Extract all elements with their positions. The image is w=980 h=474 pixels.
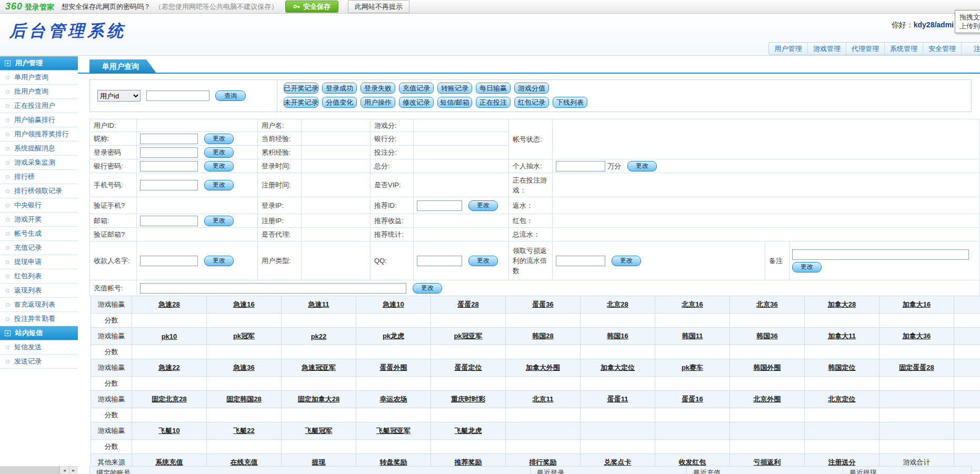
- game-link[interactable]: 飞艇10: [158, 427, 179, 435]
- sidebar-item[interactable]: 返现列表: [0, 284, 78, 298]
- game-link[interactable]: 韩国定位: [828, 364, 856, 371]
- remark-input[interactable]: [792, 249, 969, 260]
- sidebar-item[interactable]: 首充返现列表: [0, 298, 78, 312]
- nav-tab[interactable]: 注销: [961, 43, 980, 55]
- game-link[interactable]: 加拿大定位: [601, 364, 635, 371]
- change-nickname-button[interactable]: 更改: [204, 134, 234, 144]
- game-link[interactable]: 飞艇龙虎: [455, 427, 482, 435]
- game-link[interactable]: 注册送分: [828, 458, 856, 466]
- nickname-input[interactable]: [140, 134, 198, 144]
- filter-button[interactable]: 已开奖记录: [284, 83, 318, 94]
- sidebar-item[interactable]: 用户输赢排行: [0, 113, 78, 127]
- scroll-left-arrow-icon[interactable]: ◄: [59, 467, 69, 474]
- change-bank-password-button[interactable]: 更改: [204, 161, 234, 172]
- filter-button[interactable]: 下线列表: [553, 97, 587, 108]
- game-link[interactable]: 急速冠亚军: [302, 364, 336, 371]
- sidebar-item[interactable]: 排行榜: [0, 170, 78, 184]
- game-link[interactable]: 韩国36: [756, 332, 777, 340]
- game-link[interactable]: 固定蛋蛋28: [899, 364, 934, 371]
- dismiss-site-button[interactable]: 此网站不再提示: [348, 0, 409, 13]
- game-link[interactable]: 系统充值: [156, 458, 183, 466]
- game-link[interactable]: 飞艇冠军: [305, 427, 333, 435]
- change-phone-button[interactable]: 更改: [204, 180, 234, 190]
- game-link[interactable]: pk冠亚军: [454, 332, 482, 340]
- game-link[interactable]: 北京28: [607, 300, 628, 308]
- game-link[interactable]: 排行奖励: [529, 458, 557, 466]
- scrollbar-thumb[interactable]: [0, 467, 59, 474]
- sidebar-section-header[interactable]: +用户管理: [0, 56, 78, 70]
- game-link[interactable]: 飞艇冠亚军: [376, 427, 411, 435]
- change-loss-rebate-button[interactable]: 更改: [612, 256, 641, 266]
- game-link[interactable]: 韩国16: [607, 332, 628, 340]
- game-link[interactable]: 加拿大28: [828, 300, 856, 308]
- game-link[interactable]: 飞艇22: [233, 427, 254, 435]
- game-link[interactable]: 提现: [312, 458, 326, 466]
- sidebar-item[interactable]: 正在投注用户: [0, 99, 78, 113]
- game-link[interactable]: 蛋蛋36: [532, 300, 553, 308]
- game-link[interactable]: 幸运农场: [380, 395, 407, 403]
- nav-tab[interactable]: 游戏管理: [807, 43, 846, 55]
- game-link[interactable]: 固定韩国28: [226, 395, 261, 403]
- sidebar-item[interactable]: 批用户查询: [0, 85, 78, 99]
- qq-input[interactable]: [417, 256, 462, 266]
- game-link[interactable]: 北京外围: [754, 395, 781, 403]
- recharge-account-input[interactable]: [140, 283, 406, 294]
- game-link[interactable]: 转盘奖励: [380, 458, 407, 466]
- filter-button[interactable]: 登录成功: [322, 83, 357, 94]
- game-link[interactable]: 急速10: [383, 300, 404, 308]
- change-remark-button[interactable]: 更改: [792, 262, 822, 273]
- game-link[interactable]: 推荐奖励: [455, 458, 482, 466]
- game-link[interactable]: 固定北京28: [152, 395, 186, 403]
- sidebar-item[interactable]: 短信发送: [0, 340, 78, 355]
- sidebar-item[interactable]: 提现申请: [0, 255, 78, 269]
- filter-button[interactable]: 正在投注: [476, 97, 511, 108]
- query-input[interactable]: [146, 90, 209, 101]
- scroll-right-arrow-icon[interactable]: ►: [69, 467, 78, 474]
- filter-button[interactable]: 用户操作: [361, 97, 395, 108]
- game-link[interactable]: 韩国28: [532, 332, 553, 340]
- referrer-id-input[interactable]: [417, 200, 462, 211]
- game-link[interactable]: 急速36: [233, 364, 254, 371]
- page-tab-single-user-query[interactable]: 单用户查询: [89, 59, 157, 74]
- sidebar-horizontal-scrollbar[interactable]: ◄ ►: [0, 466, 78, 474]
- sidebar-item[interactable]: 帐号生成: [0, 227, 78, 241]
- filter-button[interactable]: 充值记录: [399, 83, 434, 94]
- change-referrer-button[interactable]: 更改: [468, 200, 498, 211]
- game-link[interactable]: 蛋蛋11: [607, 395, 628, 403]
- game-link[interactable]: 韩国外围: [754, 364, 781, 371]
- game-link[interactable]: 急速22: [158, 364, 179, 371]
- nav-tab[interactable]: 系统管理: [884, 43, 923, 55]
- change-email-button[interactable]: 更改: [204, 216, 234, 226]
- game-link[interactable]: 收发红包: [679, 458, 706, 466]
- sidebar-item[interactable]: 用户领推荐奖排行: [0, 127, 78, 142]
- nav-tab[interactable]: 代理管理: [846, 43, 884, 55]
- change-recharge-account-button[interactable]: 更改: [413, 283, 442, 294]
- filter-button[interactable]: 未开奖记录: [284, 97, 318, 108]
- sidebar-item[interactable]: 红包列表: [0, 269, 78, 284]
- game-link[interactable]: 亏损返利: [754, 458, 781, 466]
- change-login-password-button[interactable]: 更改: [204, 147, 234, 158]
- game-link[interactable]: 急速28: [158, 300, 179, 308]
- filter-button[interactable]: 短信/邮箱: [437, 97, 472, 108]
- filter-button[interactable]: 每日输赢: [476, 83, 511, 94]
- game-link[interactable]: 蛋蛋16: [682, 395, 703, 403]
- sidebar-section-header[interactable]: +站内短信: [0, 326, 78, 340]
- game-link[interactable]: pk22: [311, 332, 327, 340]
- change-payee-button[interactable]: 更改: [204, 256, 234, 266]
- game-link[interactable]: 急速11: [308, 300, 329, 308]
- game-link[interactable]: pk冠军: [233, 332, 255, 340]
- filter-button[interactable]: 游戏分值: [514, 83, 549, 94]
- personal-rake-input[interactable]: [556, 161, 605, 172]
- payee-name-input[interactable]: [140, 256, 198, 266]
- nav-tab[interactable]: 用户管理: [769, 43, 807, 55]
- sidebar-item[interactable]: 发送记录: [0, 355, 78, 369]
- sidebar-item[interactable]: 单用户查询: [0, 70, 78, 85]
- filter-button[interactable]: 修改记录: [399, 97, 434, 108]
- game-link[interactable]: 北京36: [756, 300, 777, 308]
- filter-button[interactable]: 转账记录: [437, 83, 472, 94]
- game-link[interactable]: 北京定位: [828, 395, 856, 403]
- game-link[interactable]: 蛋蛋定位: [455, 364, 482, 371]
- game-link[interactable]: 在线充值: [231, 458, 258, 466]
- game-link[interactable]: 加拿大外围: [526, 364, 560, 371]
- user-id-select[interactable]: 用户id: [97, 90, 141, 102]
